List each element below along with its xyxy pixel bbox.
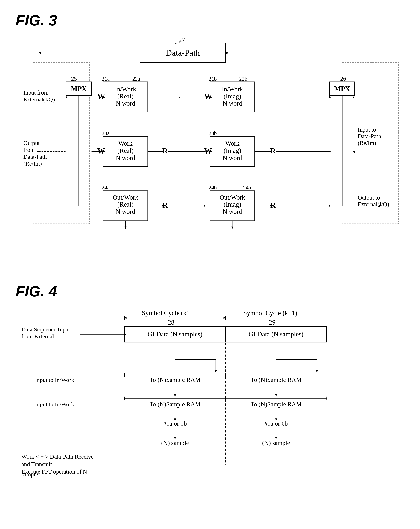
svg-text:Data-Path: Data-Path bbox=[24, 153, 47, 160]
svg-text:N word: N word bbox=[116, 100, 135, 107]
svg-text:Output: Output bbox=[24, 140, 40, 146]
svg-text:To (N)Sample RAM: To (N)Sample RAM bbox=[250, 376, 301, 383]
svg-marker-92 bbox=[178, 96, 180, 98]
svg-marker-96 bbox=[124, 227, 126, 229]
svg-text:Out/Work: Out/Work bbox=[220, 194, 245, 201]
svg-text:(Re/Im): (Re/Im) bbox=[358, 140, 376, 146]
fig4-title: FIG. 4 bbox=[16, 283, 404, 300]
svg-text:Out/Work: Out/Work bbox=[113, 194, 138, 201]
svg-marker-179 bbox=[275, 394, 277, 397]
svg-text:(Imag): (Imag) bbox=[224, 201, 241, 208]
svg-marker-117 bbox=[352, 151, 355, 153]
svg-marker-80 bbox=[329, 205, 331, 207]
svg-text:GI  Data (N samples): GI Data (N samples) bbox=[148, 331, 202, 338]
svg-text:Work: Work bbox=[225, 140, 240, 147]
svg-marker-164 bbox=[174, 437, 176, 440]
svg-text:N word: N word bbox=[223, 208, 242, 215]
svg-text:24b: 24b bbox=[209, 185, 217, 191]
svg-text:(N) sample: (N) sample bbox=[161, 439, 189, 446]
svg-text:Work: Work bbox=[119, 140, 133, 147]
svg-marker-140 bbox=[215, 370, 217, 373]
svg-marker-103 bbox=[352, 96, 354, 98]
svg-marker-166 bbox=[275, 437, 277, 440]
svg-text:Input from: Input from bbox=[24, 89, 49, 96]
svg-text:MPX: MPX bbox=[334, 85, 350, 93]
svg-text:(Re/Im): (Re/Im) bbox=[24, 160, 42, 167]
svg-text:(Imag): (Imag) bbox=[224, 147, 241, 154]
svg-text:#0a or 0b: #0a or 0b bbox=[163, 420, 187, 427]
svg-marker-89 bbox=[37, 150, 39, 152]
svg-text:In/Work: In/Work bbox=[222, 86, 243, 93]
svg-marker-10 bbox=[39, 52, 41, 54]
svg-marker-177 bbox=[316, 370, 318, 373]
svg-text:23b: 23b bbox=[209, 130, 217, 136]
svg-text:(Imag): (Imag) bbox=[224, 93, 241, 100]
svg-text:Input to In/Work: Input to In/Work bbox=[35, 377, 74, 383]
svg-text:Symbol Cycle (k+1): Symbol Cycle (k+1) bbox=[243, 309, 297, 317]
svg-text:MPX: MPX bbox=[71, 85, 87, 93]
svg-marker-94 bbox=[329, 96, 331, 98]
svg-text:External(I/Q): External(I/Q) bbox=[358, 201, 389, 208]
svg-text:(Real): (Real) bbox=[118, 147, 134, 154]
svg-text:R: R bbox=[162, 201, 168, 210]
svg-text:Data-Path: Data-Path bbox=[166, 48, 200, 57]
svg-text:(Real): (Real) bbox=[118, 93, 134, 100]
svg-text:28: 28 bbox=[168, 319, 175, 326]
svg-text:N word: N word bbox=[223, 100, 242, 107]
svg-text:Input to In/Work: Input to In/Work bbox=[35, 401, 74, 408]
svg-marker-98 bbox=[231, 227, 233, 229]
svg-text:21b: 21b bbox=[209, 76, 217, 82]
svg-text:(Real): (Real) bbox=[118, 201, 134, 208]
svg-text:To (N)Sample RAM: To (N)Sample RAM bbox=[149, 401, 201, 408]
svg-text:#0a or 0b: #0a or 0b bbox=[264, 420, 288, 427]
svg-text:N word: N word bbox=[116, 154, 135, 161]
svg-text:In/Work: In/Work bbox=[115, 86, 136, 93]
svg-text:N word: N word bbox=[223, 154, 242, 161]
svg-marker-75 bbox=[329, 150, 331, 152]
svg-text:29: 29 bbox=[269, 319, 275, 326]
svg-text:Data Sequence Input: Data Sequence Input bbox=[22, 326, 70, 333]
svg-text:25: 25 bbox=[71, 75, 77, 82]
svg-text:24b: 24b bbox=[243, 185, 251, 191]
svg-text:from: from bbox=[24, 146, 35, 153]
svg-text:and Transmit: and Transmit bbox=[22, 461, 52, 467]
svg-text:Output to: Output to bbox=[358, 194, 380, 201]
svg-text:GI  Data (N samples): GI Data (N samples) bbox=[249, 331, 303, 338]
svg-text:N word: N word bbox=[116, 208, 135, 215]
svg-marker-70 bbox=[204, 205, 206, 207]
svg-text:External(I/Q): External(I/Q) bbox=[24, 96, 55, 103]
svg-text:(N) sample: (N) sample bbox=[262, 439, 290, 446]
svg-text:To (N)Sample RAM: To (N)Sample RAM bbox=[250, 401, 301, 408]
svg-text:R: R bbox=[162, 146, 168, 155]
svg-text:R: R bbox=[270, 201, 276, 210]
svg-text:26: 26 bbox=[340, 75, 346, 82]
svg-text:24a: 24a bbox=[102, 185, 109, 191]
svg-text:Work < − > Data-Path Receive: Work < − > Data-Path Receive bbox=[22, 453, 94, 460]
svg-text:27: 27 bbox=[179, 37, 185, 43]
svg-text:Data-Path: Data-Path bbox=[358, 133, 381, 139]
svg-marker-87 bbox=[66, 96, 68, 98]
svg-marker-148 bbox=[174, 394, 176, 397]
svg-text:22a: 22a bbox=[132, 76, 140, 82]
svg-text:Input to: Input to bbox=[358, 126, 376, 133]
svg-text:23a: 23a bbox=[102, 130, 109, 136]
svg-text:sample: sample bbox=[22, 471, 38, 478]
svg-text:22b: 22b bbox=[239, 76, 247, 82]
svg-text:21a: 21a bbox=[102, 76, 109, 82]
svg-text:To (N)Sample RAM: To (N)Sample RAM bbox=[149, 376, 201, 383]
fig3-title: FIG. 3 bbox=[16, 12, 404, 29]
svg-text:Symbol Cycle (k): Symbol Cycle (k) bbox=[142, 309, 189, 317]
svg-text:R: R bbox=[270, 146, 276, 155]
svg-text:from External: from External bbox=[22, 333, 54, 339]
